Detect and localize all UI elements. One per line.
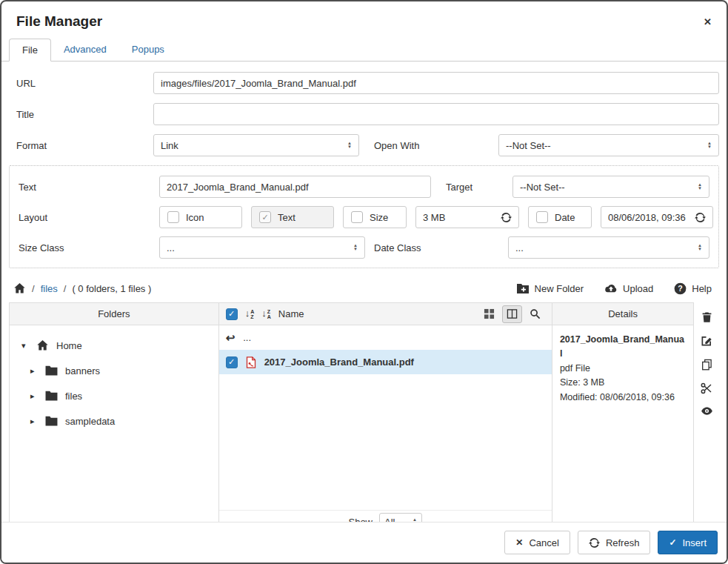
- tree-item-label: banners: [65, 365, 100, 376]
- format-label: Format: [9, 140, 153, 151]
- refresh-icon[interactable]: [501, 212, 512, 223]
- home-icon[interactable]: [13, 282, 26, 294]
- insert-button[interactable]: ✓ Insert: [658, 531, 718, 554]
- tree-item-label: Home: [56, 340, 82, 351]
- text-row: Text Target --Not Set-- ▲▼: [19, 176, 709, 198]
- text-input[interactable]: [159, 176, 431, 198]
- breadcrumb-folder-link[interactable]: files: [41, 283, 58, 294]
- target-select[interactable]: --Not Set-- ▲▼: [512, 176, 709, 198]
- date-class-select[interactable]: ... ▲▼: [508, 236, 709, 259]
- file-name: 2017_Joomla_Brand_Manual.pdf: [264, 356, 414, 368]
- layout-date-option[interactable]: Date: [528, 206, 592, 228]
- chevron-down-icon[interactable]: ▾: [21, 341, 29, 351]
- layout-size-option[interactable]: Size: [343, 206, 407, 228]
- select-all-checkbox[interactable]: ✓: [226, 308, 238, 320]
- refresh-icon[interactable]: [695, 212, 706, 223]
- layout-icon-option[interactable]: Icon: [159, 206, 242, 228]
- new-folder-label: New Folder: [535, 283, 584, 294]
- target-select-value: --Not Set--: [520, 182, 693, 193]
- tab-bar: File Advanced Popups: [1, 39, 727, 62]
- up-directory-row[interactable]: ↩ ...: [219, 325, 552, 350]
- size-checkbox[interactable]: [351, 211, 363, 223]
- copy-icon[interactable]: [701, 359, 712, 371]
- date-checkbox[interactable]: [536, 211, 548, 223]
- tree-item-label: files: [65, 391, 82, 402]
- chevron-up-down-icon: ▲▼: [698, 183, 702, 190]
- tab-file[interactable]: File: [9, 39, 51, 62]
- date-option-label: Date: [555, 212, 575, 223]
- svg-text:?: ?: [678, 284, 683, 293]
- tree-item-files[interactable]: ▸ files: [10, 383, 218, 408]
- upload-icon: [604, 283, 618, 294]
- preview-icon[interactable]: [701, 406, 713, 417]
- format-row: Format Link ▲▼ Open With --Not Set-- ▲▼: [9, 134, 719, 156]
- open-with-select[interactable]: --Not Set-- ▲▼: [498, 134, 719, 156]
- title-input[interactable]: [153, 103, 719, 125]
- details-file-name: 2017_Joomla_Brand_Manual: [560, 333, 686, 362]
- search-icon[interactable]: [525, 305, 545, 323]
- columns-view-icon[interactable]: [502, 305, 522, 323]
- refresh-button[interactable]: Refresh: [578, 531, 651, 554]
- icon-option-label: Icon: [186, 212, 204, 223]
- browser-actions: New Folder Upload ? Help: [495, 282, 712, 295]
- chevron-right-icon[interactable]: ▸: [30, 366, 38, 376]
- layout-text-option[interactable]: ✓ Text: [251, 206, 334, 228]
- size-class-select-value: ...: [167, 242, 349, 253]
- details-file-type: pdf File: [560, 362, 686, 376]
- upload-label: Upload: [623, 283, 653, 294]
- help-button[interactable]: ? Help: [674, 282, 712, 295]
- help-label: Help: [692, 283, 712, 294]
- chevron-up-down-icon: ▲▼: [698, 244, 702, 251]
- tree-item-home[interactable]: ▾ Home: [10, 333, 218, 358]
- new-folder-button[interactable]: New Folder: [516, 283, 584, 294]
- link-attributes-group: Text Target --Not Set-- ▲▼ Layout Icon ✓…: [9, 165, 719, 268]
- details-pane-header: Details: [552, 303, 693, 325]
- title-label: Title: [9, 109, 153, 120]
- up-directory-label: ...: [243, 332, 251, 343]
- tab-popups[interactable]: Popups: [119, 39, 177, 62]
- sort-alpha-desc-icon[interactable]: ↓ ZA: [261, 308, 271, 319]
- url-label: URL: [9, 78, 153, 89]
- layout-row: Layout Icon ✓ Text Size Date: [19, 206, 709, 228]
- icon-checkbox[interactable]: [167, 211, 179, 223]
- upload-button[interactable]: Upload: [604, 283, 653, 294]
- chevron-right-icon[interactable]: ▸: [30, 417, 38, 426]
- text-checkbox[interactable]: ✓: [259, 211, 271, 223]
- chevron-up-down-icon: ▲▼: [707, 142, 712, 149]
- file-list-pane: ✓ ↓ AZ ↓ ZA Name: [218, 302, 552, 534]
- date-input[interactable]: [608, 212, 695, 223]
- tree-item-sampledata[interactable]: ▸ sampledata: [10, 408, 218, 434]
- tab-advanced[interactable]: Advanced: [51, 39, 119, 62]
- file-row[interactable]: ✓ 2017_Joomla_Brand_Manual.pdf: [219, 350, 552, 374]
- tree-item-banners[interactable]: ▸ banners: [10, 358, 218, 383]
- file-checkbox[interactable]: ✓: [226, 356, 238, 368]
- size-field-group: [415, 206, 519, 228]
- new-folder-icon: [516, 283, 530, 294]
- size-class-select[interactable]: ... ▲▼: [159, 236, 365, 259]
- delete-icon[interactable]: [701, 311, 712, 323]
- folder-icon: [45, 391, 58, 401]
- close-icon[interactable]: ✕: [704, 16, 712, 27]
- open-with-select-value: --Not Set--: [506, 140, 703, 151]
- grid-view-icon[interactable]: [479, 305, 499, 323]
- cut-icon[interactable]: [701, 382, 712, 394]
- title-row: Title: [9, 103, 719, 125]
- url-input[interactable]: [153, 72, 719, 94]
- chevron-right-icon[interactable]: ▸: [30, 391, 38, 401]
- sort-alpha-asc-icon[interactable]: ↓ AZ: [245, 308, 255, 319]
- text-option-label: Text: [278, 212, 295, 223]
- breadcrumb-separator: /: [64, 283, 67, 294]
- format-select[interactable]: Link ▲▼: [153, 134, 359, 156]
- tree-item-label: sampledata: [65, 416, 115, 427]
- file-browser: Folders ▾ Home ▸ banners ▸: [9, 302, 719, 534]
- size-input[interactable]: [423, 212, 501, 223]
- pdf-file-icon: [246, 356, 256, 368]
- dialog-footer: ✕ Cancel Refresh ✓ Insert: [1, 522, 727, 563]
- refresh-label: Refresh: [606, 537, 640, 548]
- cancel-button[interactable]: ✕ Cancel: [504, 531, 570, 554]
- rename-icon[interactable]: [701, 335, 712, 347]
- breadcrumb-bar: / files / ( 0 folders, 1 files ) New Fol…: [1, 274, 727, 302]
- url-row: URL: [9, 72, 719, 94]
- chevron-up-down-icon: ▲▼: [347, 142, 352, 149]
- details-body: 2017_Joomla_Brand_Manual pdf File Size: …: [552, 325, 693, 412]
